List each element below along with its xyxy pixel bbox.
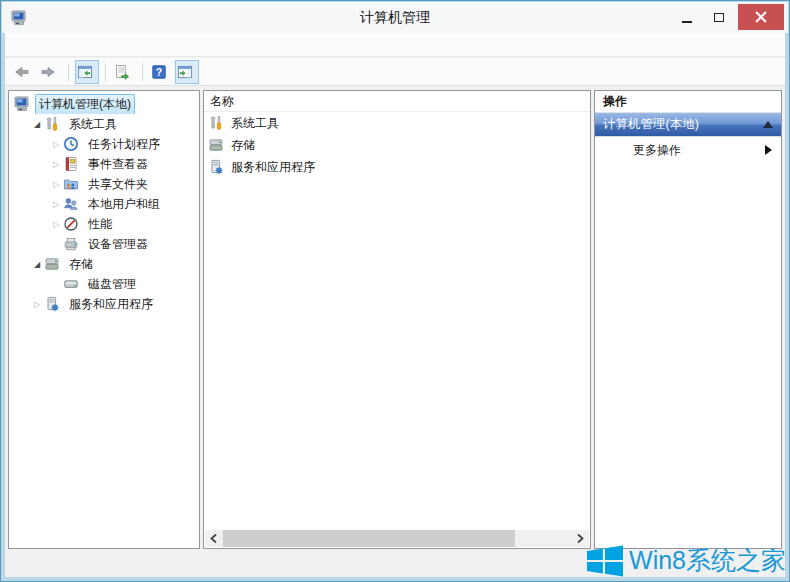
expand-icon[interactable]: ▷ [49, 140, 63, 149]
menu-item[interactable] [65, 42, 83, 48]
action-pane-title: 操作 [595, 91, 781, 113]
scrollbar-thumb[interactable] [223, 530, 515, 547]
action-group-title: 计算机管理(本地) [603, 116, 699, 133]
close-button[interactable] [738, 4, 784, 30]
expand-icon[interactable]: ◢ [30, 260, 44, 269]
tree-item[interactable]: ▷ 事件查看器 [9, 154, 199, 174]
tools-icon [208, 115, 224, 131]
menubar [5, 33, 785, 57]
help-button[interactable] [149, 60, 173, 84]
tree-item[interactable]: 设备管理器 [9, 234, 199, 254]
list-item[interactable]: 服务和应用程序 [204, 156, 590, 178]
tree-item[interactable]: 计算机管理(本地) [9, 94, 199, 114]
result-list-pane: 名称 系统工具 存储 服务和应用程序 [203, 90, 591, 549]
tools-icon [44, 116, 60, 132]
forward-arrow-icon [40, 64, 56, 80]
export-list-icon [114, 64, 130, 80]
back-arrow-icon [14, 64, 30, 80]
panes: 计算机管理(本地) ◢ 系统工具 ▷ 任务计划程序 ▷ 事件查看器 [5, 87, 785, 552]
toolbar-separator [68, 63, 69, 81]
forward-arrow-button[interactable] [38, 60, 62, 84]
action-pane: 操作 计算机管理(本地) 更多操作 [594, 90, 782, 549]
help-icon [151, 64, 167, 80]
minimize-button[interactable] [672, 4, 702, 30]
show-console-tree-button[interactable] [75, 60, 99, 84]
computer-icon [14, 96, 30, 112]
action-item[interactable]: 更多操作 [595, 137, 781, 163]
storage-icon [44, 256, 60, 272]
show-action-pane-button[interactable] [175, 60, 199, 84]
task-scheduler-icon [63, 136, 79, 152]
local-users-icon [63, 196, 79, 212]
menu-item[interactable] [11, 42, 29, 48]
tree-item[interactable]: 磁盘管理 [9, 274, 199, 294]
tree-item[interactable]: ◢ 存储 [9, 254, 199, 274]
expand-icon[interactable]: ▷ [49, 200, 63, 209]
shared-folders-icon [63, 176, 79, 192]
console-tree-pane: 计算机管理(本地) ◢ 系统工具 ▷ 任务计划程序 ▷ 事件查看器 [8, 90, 200, 549]
scroll-left-icon [209, 533, 218, 544]
horizontal-scrollbar[interactable] [205, 530, 589, 547]
maximize-icon [714, 13, 724, 22]
menu-item[interactable] [47, 42, 65, 48]
column-header-name[interactable]: 名称 [204, 91, 590, 112]
export-list-button[interactable] [112, 60, 136, 84]
services-icon [44, 296, 60, 312]
tree-item[interactable]: ▷ 性能 [9, 214, 199, 234]
action-item-label: 更多操作 [633, 142, 681, 159]
event-viewer-icon [63, 156, 79, 172]
collapse-triangle-icon[interactable] [763, 121, 773, 128]
watermark: Win8系统之家 [587, 544, 786, 577]
expand-icon[interactable]: ▷ [49, 220, 63, 229]
expand-icon[interactable]: ▷ [49, 180, 63, 189]
submenu-arrow-icon [765, 145, 772, 155]
tree-item[interactable]: ▷ 共享文件夹 [9, 174, 199, 194]
windows-8-logo-icon [587, 545, 623, 577]
computer-management-window: 计算机管理 [0, 0, 790, 582]
scroll-left-button[interactable] [205, 530, 222, 547]
client-area: 计算机管理(本地) ◢ 系统工具 ▷ 任务计划程序 ▷ 事件查看器 [5, 33, 785, 577]
minimize-icon [682, 21, 692, 23]
maximize-button[interactable] [704, 4, 734, 30]
show-console-tree-icon [77, 64, 93, 80]
expand-icon[interactable]: ▷ [30, 300, 44, 309]
list-item[interactable]: 存储 [204, 134, 590, 156]
menu-item[interactable] [29, 42, 47, 48]
storage-icon [208, 137, 224, 153]
device-manager-icon [63, 236, 79, 252]
expand-icon[interactable]: ◢ [30, 120, 44, 129]
scroll-right-icon [576, 533, 585, 544]
window-title: 计算机管理 [2, 9, 788, 27]
watermark-text: Win8系统之家 [629, 544, 786, 577]
close-icon [755, 11, 767, 23]
tree-item[interactable]: ▷ 本地用户和组 [9, 194, 199, 214]
show-action-pane-icon [177, 64, 193, 80]
action-group-header[interactable]: 计算机管理(本地) [595, 113, 781, 137]
toolbar [5, 58, 785, 86]
tree-item[interactable]: ◢ 系统工具 [9, 114, 199, 134]
tree-item[interactable]: ▷ 任务计划程序 [9, 134, 199, 154]
list-item[interactable]: 系统工具 [204, 112, 590, 134]
back-arrow-button[interactable] [12, 60, 36, 84]
tree-item[interactable]: ▷ 服务和应用程序 [9, 294, 199, 314]
expand-icon[interactable]: ▷ [49, 160, 63, 169]
toolbar-separator [142, 63, 143, 81]
toolbar-separator [105, 63, 106, 81]
performance-icon [63, 216, 79, 232]
services-icon [208, 159, 224, 175]
titlebar[interactable]: 计算机管理 [2, 2, 788, 33]
disk-management-icon [63, 276, 79, 292]
